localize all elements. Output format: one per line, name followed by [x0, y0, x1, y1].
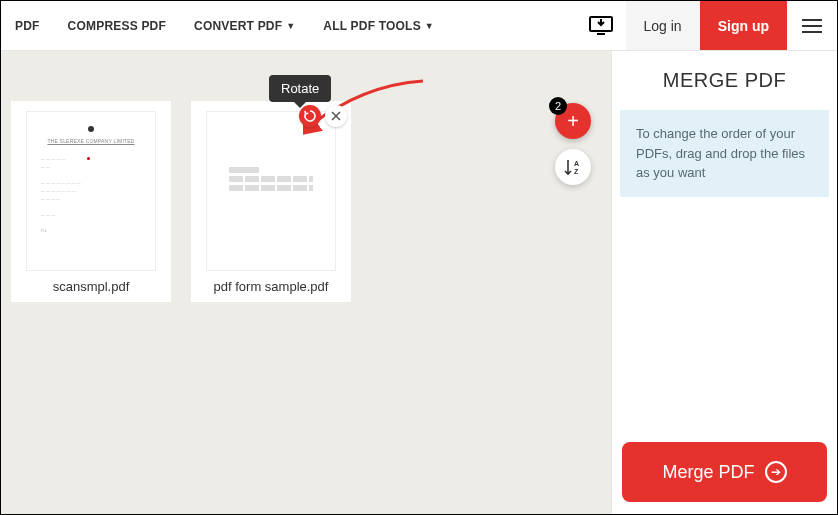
file-name-label: pdf form sample.pdf [214, 279, 329, 294]
nav-pdf[interactable]: PDF [1, 1, 54, 50]
nav-alltools[interactable]: ALL PDF TOOLS ▼ [309, 1, 448, 50]
sidebar: MERGE PDF To change the order of your PD… [611, 51, 837, 514]
pdf-thumbnail [206, 111, 336, 271]
plus-icon: + [567, 110, 579, 133]
caret-down-icon: ▼ [425, 21, 434, 31]
rotate-tooltip: Rotate [269, 75, 331, 102]
topbar-right: Log in Sign up [576, 1, 837, 50]
topbar-nav: PDF COMPRESS PDF CONVERT PDF ▼ ALL PDF T… [1, 1, 448, 50]
main-area: Rotate THE SLEREXE COMPANY LIMITED — — —… [1, 51, 837, 514]
file-card[interactable]: THE SLEREXE COMPANY LIMITED — — — — —— —… [11, 101, 171, 302]
merge-button-label: Merge PDF [662, 462, 754, 483]
sidebar-title: MERGE PDF [612, 51, 837, 110]
pdf-thumbnail: THE SLEREXE COMPANY LIMITED — — — — —— —… [26, 111, 156, 271]
nav-convert-label: CONVERT PDF [194, 19, 282, 33]
workspace: Rotate THE SLEREXE COMPANY LIMITED — — —… [1, 51, 611, 514]
login-button[interactable]: Log in [626, 1, 700, 50]
hamburger-menu-icon[interactable] [787, 1, 837, 50]
file-name-label: scansmpl.pdf [53, 279, 130, 294]
nav-convert[interactable]: CONVERT PDF ▼ [180, 1, 309, 50]
arrow-right-icon: ➔ [765, 461, 787, 483]
caret-down-icon: ▼ [286, 21, 295, 31]
nav-alltools-label: ALL PDF TOOLS [323, 19, 421, 33]
topbar: PDF COMPRESS PDF CONVERT PDF ▼ ALL PDF T… [1, 1, 837, 51]
svg-rect-1 [597, 33, 605, 35]
svg-rect-4 [802, 31, 822, 33]
sort-button[interactable]: A Z [555, 149, 591, 185]
remove-button[interactable] [325, 105, 347, 127]
svg-rect-3 [802, 25, 822, 27]
file-card-actions [299, 105, 347, 127]
thumb-lines: — — — — —— —— — — — — — — —— — — — — — —… [37, 155, 145, 235]
thumb-marker [87, 157, 90, 160]
hint-text: To change the order of your PDFs, drag a… [620, 110, 829, 197]
merge-button[interactable]: Merge PDF ➔ [622, 442, 827, 502]
svg-rect-2 [802, 19, 822, 21]
add-file-button[interactable]: + 2 [555, 103, 591, 139]
thumb-heading: THE SLEREXE COMPANY LIMITED [37, 138, 145, 145]
svg-text:A: A [574, 160, 579, 167]
nav-compress[interactable]: COMPRESS PDF [54, 1, 180, 50]
signup-button[interactable]: Sign up [700, 1, 787, 50]
download-desktop-icon[interactable] [576, 1, 626, 50]
file-count-badge: 2 [549, 97, 567, 115]
rotate-button[interactable] [299, 105, 321, 127]
svg-text:Z: Z [574, 168, 579, 175]
file-card[interactable]: pdf form sample.pdf [191, 101, 351, 302]
